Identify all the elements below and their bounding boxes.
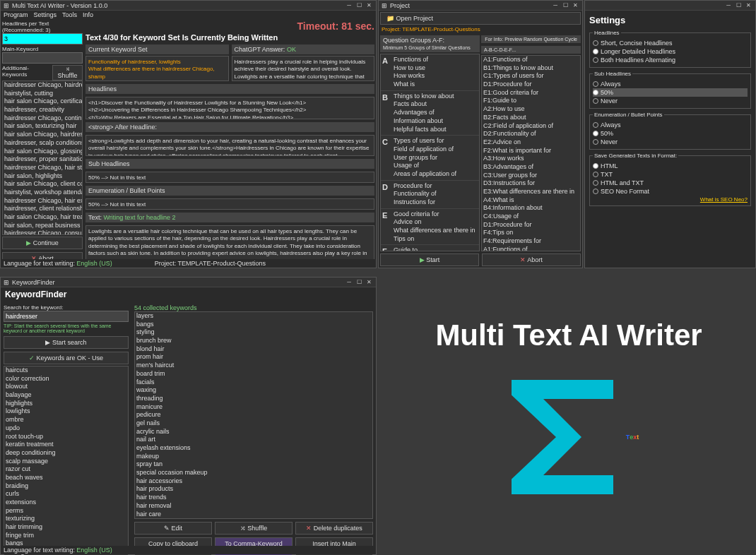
list-item[interactable]: C4:Usage of <box>482 213 580 221</box>
list-item[interactable]: hair salon, texturizing hair <box>3 122 82 131</box>
radio-short-headlines[interactable]: Short, Concise Headlines <box>593 39 748 47</box>
list-item[interactable]: Usage of <box>392 162 478 170</box>
question-groups-listbox[interactable]: AFunctions ofHow to useHow worksWhat isB… <box>380 54 480 251</box>
list-item[interactable]: updo <box>4 424 128 433</box>
edit-button[interactable]: ✎ Edit <box>134 522 212 535</box>
abort-button[interactable]: ✕ Abort <box>482 253 581 266</box>
list-item[interactable]: A2:How to use <box>482 105 580 114</box>
radio-html[interactable]: HTML <box>593 162 748 170</box>
list-item[interactable]: hairdresser Chicago, hairdressing styles <box>3 81 82 90</box>
list-item[interactable]: Areas of application of <box>392 170 478 179</box>
list-item[interactable]: hairdresser Chicago, hair extensions <box>3 197 82 205</box>
list-item[interactable]: root touch-up <box>4 433 128 441</box>
list-item[interactable]: hair accessories <box>135 477 372 486</box>
list-item[interactable]: hairdresser, client relationships <box>3 205 82 213</box>
list-item[interactable]: hair care <box>135 511 372 519</box>
list-item[interactable]: Helpful facts about <box>392 126 478 134</box>
list-item[interactable]: waxing <box>135 386 372 395</box>
list-item[interactable]: blowout <box>4 383 128 391</box>
search-input[interactable] <box>4 311 129 322</box>
list-item[interactable]: Functionality of <box>392 190 478 198</box>
list-item[interactable]: D2:Functionality of <box>482 130 580 138</box>
menu-info[interactable]: Info <box>83 11 93 18</box>
close-button[interactable]: ✕ <box>365 279 373 286</box>
list-item[interactable]: scalp massage <box>4 458 128 466</box>
list-item[interactable]: spray tan <box>135 460 372 469</box>
list-item[interactable]: D3:Instructions for <box>482 179 580 188</box>
list-item[interactable]: Things to know about <box>392 92 478 101</box>
list-item[interactable]: hair salon Chicago, hair treatments <box>3 213 82 222</box>
list-item[interactable]: beach waves <box>4 474 128 482</box>
list-item[interactable]: haircuts <box>4 366 128 375</box>
list-item[interactable]: styling <box>135 328 372 337</box>
list-item[interactable]: razor cut <box>4 465 128 474</box>
maximize-button[interactable]: ☐ <box>355 2 363 9</box>
minimize-button[interactable]: ─ <box>345 279 353 286</box>
list-item[interactable]: D1:Procedure for <box>482 221 580 229</box>
maximize-button[interactable]: ☐ <box>734 2 743 9</box>
list-item[interactable]: brunch brew <box>135 337 372 345</box>
close-button[interactable]: ✕ <box>571 2 579 9</box>
list-item[interactable]: hairdresser Chicago, hair styling <box>3 164 82 172</box>
list-item[interactable]: Information about <box>392 117 478 126</box>
radio-long-headlines[interactable]: Longer Detailed Headlines <box>593 47 748 56</box>
list-item[interactable]: hair trimming <box>4 523 128 532</box>
list-item[interactable]: special occasion makeup <box>135 469 372 477</box>
list-item[interactable]: texturizing <box>4 515 128 523</box>
list-item[interactable]: hair salon, highlights <box>3 172 82 181</box>
approved-keywords-listbox[interactable]: haircutscolor correctionblowoutbalayageh… <box>4 366 129 555</box>
radio-sub-50[interactable]: 50% <box>593 88 748 97</box>
list-item[interactable]: B4:Information about <box>482 204 580 213</box>
list-item[interactable]: Functions of <box>392 56 478 64</box>
menu-program[interactable]: Program <box>4 11 28 18</box>
list-item[interactable]: Advice on <box>392 218 478 227</box>
list-item[interactable]: Good criteria for <box>392 210 478 219</box>
list-item[interactable]: gel nails <box>135 419 372 428</box>
radio-sub-always[interactable]: Always <box>593 80 748 88</box>
list-item[interactable]: B1:Things to know about <box>482 64 580 73</box>
shuffle-button[interactable]: ⤮ Shuffle <box>215 522 293 535</box>
minimize-button[interactable]: ─ <box>551 2 560 9</box>
menu-settings[interactable]: Settings <box>34 11 57 18</box>
list-item[interactable]: bangs <box>135 321 372 329</box>
list-item[interactable]: layers <box>135 312 372 321</box>
list-item[interactable]: Advantages of <box>392 109 478 117</box>
question-cycle-listbox[interactable]: A1:Functions ofB1:Things to know aboutC1… <box>481 55 581 251</box>
radio-html-txt[interactable]: HTML and TXT <box>593 179 748 187</box>
start-search-button[interactable]: ▶ Start search <box>4 336 129 349</box>
list-item[interactable]: hair trends <box>135 494 372 502</box>
list-item[interactable]: hairdresser, proper sanitation <box>3 155 82 164</box>
list-item[interactable]: highlights <box>4 400 128 408</box>
list-item[interactable]: Instructions for <box>392 198 478 207</box>
radio-txt[interactable]: TXT <box>593 170 748 179</box>
list-item[interactable]: hairdresser Chicago, consultation <box>3 229 82 235</box>
list-item[interactable]: A1:Functions of <box>482 56 580 64</box>
list-item[interactable]: Types of users for <box>392 137 478 145</box>
continue-button[interactable]: ▶ Continue <box>2 237 83 249</box>
list-item[interactable]: hairdresser Chicago, continued education <box>3 114 82 123</box>
list-item[interactable]: How works <box>392 72 478 80</box>
list-item[interactable]: Guide to <box>392 246 478 251</box>
maximize-button[interactable]: ☐ <box>561 2 569 9</box>
list-item[interactable]: braiding <box>4 482 128 491</box>
list-item[interactable]: hair products <box>135 485 372 494</box>
list-item[interactable]: hairdresser, scalp conditions <box>3 139 82 148</box>
list-item[interactable]: hairstylist, workshop attendance <box>3 189 82 197</box>
open-project-button[interactable]: 📁 Open Project <box>380 12 581 25</box>
list-item[interactable]: manicure <box>135 403 372 412</box>
list-item[interactable]: C1:Types of users for <box>482 72 580 80</box>
list-item[interactable]: threading <box>135 395 372 403</box>
list-item[interactable]: E2:Advice on <box>482 138 580 147</box>
list-item[interactable]: curls <box>4 490 128 499</box>
list-item[interactable]: hairstylist, cutting <box>3 90 82 98</box>
list-item[interactable]: balayage <box>4 391 128 400</box>
minimize-button[interactable]: ─ <box>724 2 733 9</box>
menu-tools[interactable]: Tools <box>62 11 77 18</box>
start-button[interactable]: ▶ Start <box>380 253 479 266</box>
list-item[interactable]: hairdresser, creativity <box>3 106 82 114</box>
list-item[interactable]: F4:Requirements for <box>482 237 580 246</box>
list-item[interactable]: F2:What is important for <box>482 147 580 155</box>
list-item[interactable]: extensions <box>4 499 128 507</box>
radio-both-headlines[interactable]: Both Headlines Alternating <box>593 56 748 64</box>
list-item[interactable]: hair removal <box>135 502 372 511</box>
